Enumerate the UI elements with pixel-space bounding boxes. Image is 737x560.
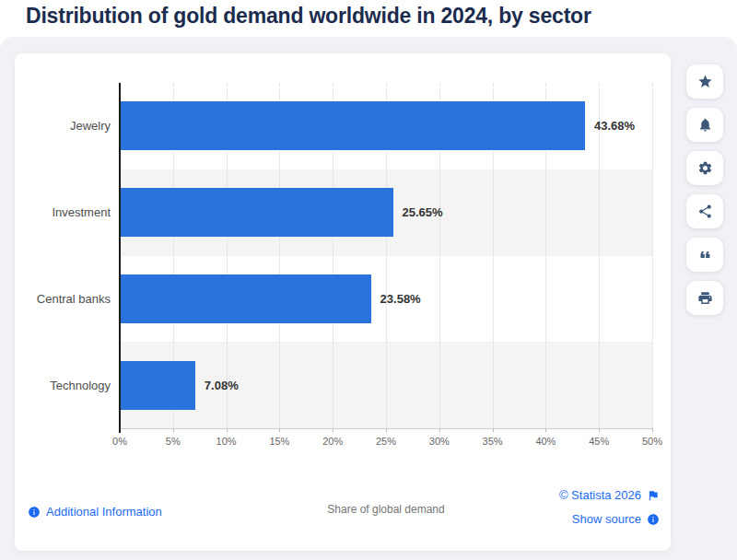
x-tick-label: 35%: [483, 436, 503, 447]
bar-central-banks[interactable]: [120, 274, 371, 323]
flag-icon: [647, 489, 660, 502]
x-tick-label: 5%: [166, 436, 181, 447]
chart-card: Share of global demand 0%5%10%15%20%25%3…: [15, 53, 671, 551]
print-icon: [697, 290, 713, 306]
bell-icon: [697, 117, 713, 133]
alerts-button[interactable]: [686, 108, 723, 142]
print-button[interactable]: [686, 281, 723, 315]
show-source-label: Show source: [572, 512, 641, 526]
category-label: Jewelry: [15, 101, 111, 150]
x-tick-label: 15%: [269, 436, 289, 447]
additional-information-link[interactable]: Additional Information: [28, 505, 162, 519]
bar-technology[interactable]: [120, 361, 195, 410]
x-tick-label: 10%: [216, 436, 237, 447]
y-axis-line: [119, 83, 121, 433]
share-button[interactable]: [686, 194, 723, 228]
star-icon: [697, 74, 713, 89]
info-icon: [647, 513, 660, 526]
category-label: Investment: [15, 188, 111, 237]
additional-information-label: Additional Information: [46, 505, 162, 519]
bar-jewelry[interactable]: [120, 101, 585, 150]
value-label: 25.65%: [403, 188, 443, 237]
category-label: Technology: [15, 361, 111, 410]
bar-chart: Share of global demand 0%5%10%15%20%25%3…: [15, 53, 671, 477]
settings-button[interactable]: [686, 151, 723, 185]
x-tick-label: 25%: [376, 436, 396, 447]
x-tick-label: 50%: [642, 436, 662, 447]
favorite-button[interactable]: [686, 64, 723, 99]
x-tick-label: 45%: [589, 436, 609, 447]
gear-icon: [697, 160, 713, 176]
share-icon: [697, 204, 713, 219]
x-tick-label: 30%: [429, 436, 450, 447]
bar-investment[interactable]: [120, 188, 393, 237]
gridline: [652, 83, 653, 428]
x-axis-line: [120, 428, 652, 429]
x-tick-label: 40%: [535, 436, 556, 447]
show-source-link[interactable]: Show source: [572, 512, 660, 526]
quote-icon: [697, 247, 713, 262]
info-icon: [28, 506, 41, 519]
statista-copyright-link[interactable]: © Statista 2026: [559, 488, 660, 502]
value-label: 23.58%: [380, 274, 421, 323]
x-tick-label: 0%: [112, 436, 127, 447]
value-label: 7.08%: [205, 361, 239, 410]
x-tick-label: 20%: [322, 436, 343, 447]
copyright-label: © Statista 2026: [559, 488, 641, 502]
value-label: 43.68%: [594, 101, 635, 150]
category-label: Central banks: [15, 274, 111, 323]
page-title: Distribution of gold demand worldwide in…: [26, 4, 591, 29]
cite-button[interactable]: [686, 238, 723, 272]
x-tick-mark: [652, 428, 653, 432]
